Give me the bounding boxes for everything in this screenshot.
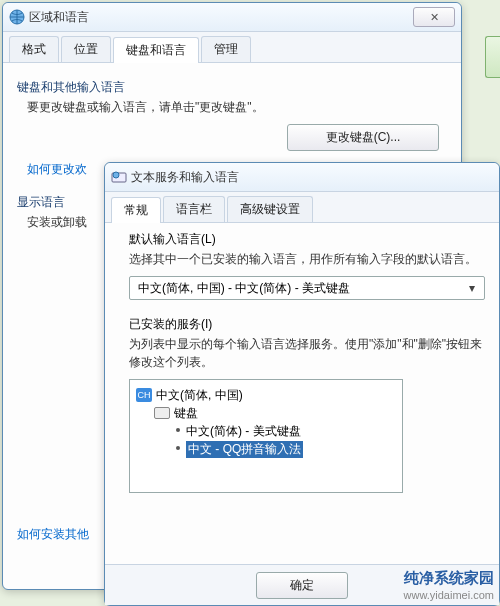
services-tree[interactable]: CH 中文(简体, 中国) 键盘 中文(简体) - 美式键盘 中文 - QQ拼音 xyxy=(129,379,403,493)
tab-location[interactable]: 位置 xyxy=(61,36,111,62)
tab-body: 默认输入语言(L) 选择其中一个已安装的输入语言，用作所有输入字段的默认语言。 … xyxy=(105,223,499,501)
tree-item[interactable]: 中文(简体) - 美式键盘 xyxy=(136,422,396,440)
watermark: 纯净系统家园 www.yidaimei.com xyxy=(404,568,494,602)
watermark-url: www.yidaimei.com xyxy=(404,588,494,602)
keyboard-icon xyxy=(154,407,170,419)
titlebar[interactable]: 文本服务和输入语言 xyxy=(105,163,499,192)
chevron-down-icon: ▾ xyxy=(464,281,480,295)
close-icon: ✕ xyxy=(430,11,439,24)
installed-services-label: 已安装的服务(I) xyxy=(129,316,485,333)
install-other-link[interactable]: 如何安装其他 xyxy=(17,527,89,541)
keyboard-globe-icon xyxy=(111,169,127,185)
default-language-dropdown[interactable]: 中文(简体, 中国) - 中文(简体) - 美式键盘 ▾ xyxy=(129,276,485,300)
tree-item-label: 中文(简体) - 美式键盘 xyxy=(186,423,301,440)
kb-desc: 要更改键盘或输入语言，请单击"更改键盘"。 xyxy=(17,98,447,116)
tree-lang-label: 中文(简体, 中国) xyxy=(156,387,243,404)
tabs: 常规 语言栏 高级键设置 xyxy=(105,192,499,223)
window-title: 文本服务和输入语言 xyxy=(131,169,493,186)
titlebar[interactable]: 区域和语言 ✕ xyxy=(3,3,461,32)
tree-kb-label: 键盘 xyxy=(174,405,198,422)
tabs: 格式 位置 键盘和语言 管理 xyxy=(3,32,461,63)
tree-item-selected[interactable]: 中文 - QQ拼音输入法 xyxy=(136,440,396,458)
bullet-icon xyxy=(176,446,180,450)
text-services-window: 文本服务和输入语言 常规 语言栏 高级键设置 默认输入语言(L) 选择其中一个已… xyxy=(104,162,500,606)
tab-format[interactable]: 格式 xyxy=(9,36,59,62)
welcome-link[interactable]: 如何更改欢 xyxy=(27,162,87,176)
globe-icon xyxy=(9,9,25,25)
close-button[interactable]: ✕ xyxy=(413,7,455,27)
tree-lang-row[interactable]: CH 中文(简体, 中国) xyxy=(136,386,396,404)
installed-services-desc: 为列表中显示的每个输入语言选择服务。使用"添加"和"删除"按钮来修改这个列表。 xyxy=(129,335,485,371)
tab-admin[interactable]: 管理 xyxy=(201,36,251,62)
ok-button[interactable]: 确定 xyxy=(256,572,348,599)
svg-point-2 xyxy=(113,172,119,178)
bullet-icon xyxy=(176,428,180,432)
tab-language-bar[interactable]: 语言栏 xyxy=(163,196,225,222)
tree-item-label: 中文 - QQ拼音输入法 xyxy=(186,441,303,458)
tab-advanced-keys[interactable]: 高级键设置 xyxy=(227,196,313,222)
tab-general[interactable]: 常规 xyxy=(111,197,161,223)
window-title: 区域和语言 xyxy=(29,9,413,26)
watermark-title: 纯净系统家园 xyxy=(404,568,494,588)
kb-section-label: 键盘和其他输入语言 xyxy=(17,79,447,96)
tree-kb-row[interactable]: 键盘 xyxy=(136,404,396,422)
change-keyboard-button[interactable]: 更改键盘(C)... xyxy=(287,124,439,151)
language-badge: CH xyxy=(136,388,152,402)
default-input-desc: 选择其中一个已安装的输入语言，用作所有输入字段的默认语言。 xyxy=(129,250,485,268)
dropdown-value: 中文(简体, 中国) - 中文(简体) - 美式键盘 xyxy=(138,280,350,297)
default-input-label: 默认输入语言(L) xyxy=(129,231,485,248)
tab-keyboard-language[interactable]: 键盘和语言 xyxy=(113,37,199,63)
side-panel-button[interactable] xyxy=(485,36,500,78)
